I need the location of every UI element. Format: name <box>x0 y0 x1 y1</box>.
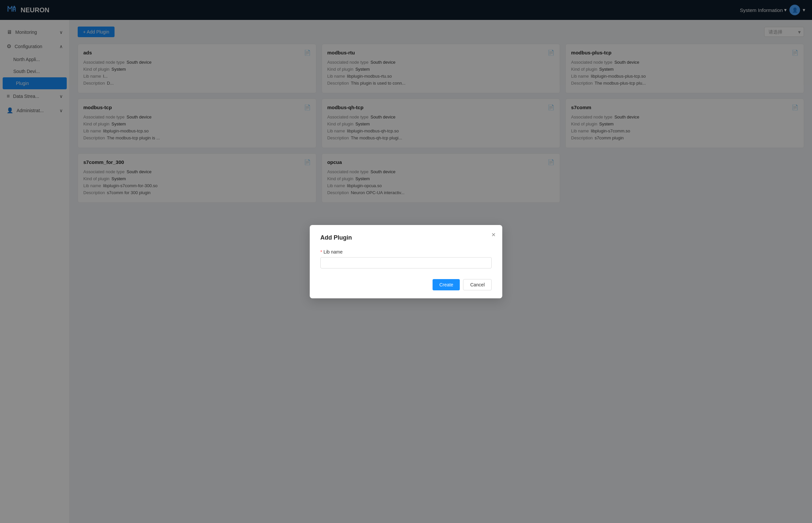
cancel-button[interactable]: Cancel <box>463 279 492 290</box>
modal-overlay[interactable]: Add Plugin ✕ * Lib name Create Cancel <box>0 0 812 523</box>
lib-name-input[interactable] <box>320 257 492 269</box>
create-button[interactable]: Create <box>433 279 460 290</box>
required-star: * <box>320 249 322 254</box>
lib-name-form-label: * Lib name <box>320 249 492 254</box>
modal-close-button[interactable]: ✕ <box>491 232 496 238</box>
add-plugin-modal: Add Plugin ✕ * Lib name Create Cancel <box>310 225 502 298</box>
lib-name-label-text: Lib name <box>323 249 342 254</box>
modal-footer: Create Cancel <box>320 279 492 290</box>
lib-name-form-group: * Lib name <box>320 249 492 269</box>
modal-title: Add Plugin <box>320 234 492 241</box>
